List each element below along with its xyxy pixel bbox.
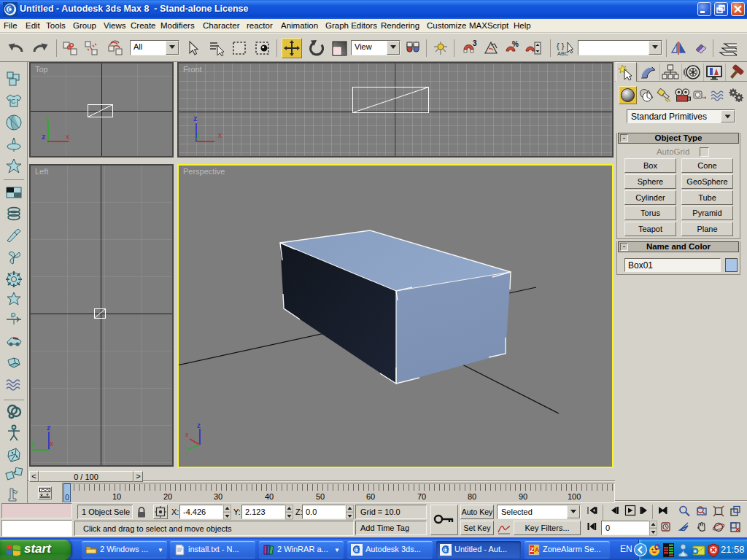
svg-text:3: 3	[473, 39, 477, 47]
svg-text:x: x	[66, 133, 69, 141]
svg-text:A: A	[535, 546, 540, 553]
svg-text:z: z	[197, 422, 201, 429]
svg-text:{ }: { }	[557, 42, 565, 50]
svg-text:C: C	[11, 98, 16, 105]
svg-text:z: z	[193, 114, 198, 122]
svg-text:y: y	[31, 439, 35, 447]
svg-text:%: %	[512, 40, 519, 48]
svg-text:y: y	[46, 114, 50, 122]
svg-text:x: x	[185, 431, 189, 438]
svg-text:Z: Z	[530, 546, 535, 553]
svg-text:x: x	[218, 131, 222, 139]
svg-text:y: y	[185, 451, 188, 456]
svg-text:z: z	[42, 132, 46, 141]
svg-text:z: z	[47, 424, 51, 432]
svg-text:x: x	[50, 440, 53, 448]
